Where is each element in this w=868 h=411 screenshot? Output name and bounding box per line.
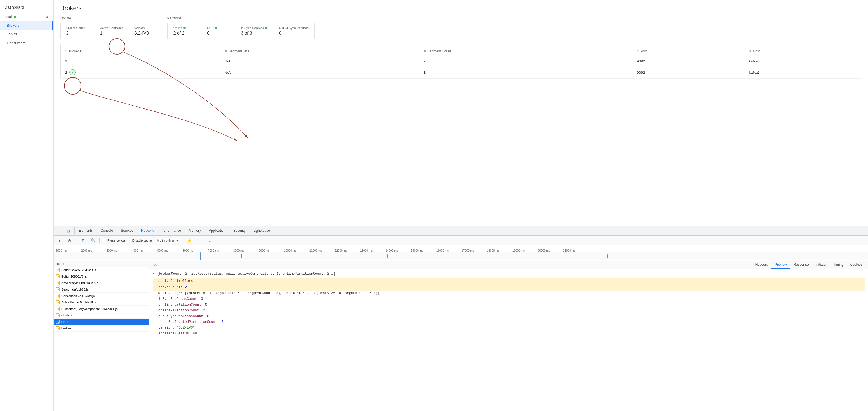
urp-card: URP 0: [202, 23, 235, 39]
network-files-container: JSEditorViewer-1754845f.jsJSEditor-10930…: [54, 267, 149, 332]
device-toolbar-icon[interactable]: ⊡: [65, 227, 72, 235]
disable-cache-input[interactable]: [128, 239, 131, 242]
timeline-tick: 19000 ms: [513, 249, 538, 252]
devtools-tab-security[interactable]: Security: [229, 226, 249, 235]
network-file-name: Search-dafb1b63.js: [61, 288, 88, 291]
devtools-tab-performance[interactable]: Performance: [158, 226, 185, 235]
col-host[interactable]: ⇅Host: [744, 46, 861, 56]
preview-json-field: ▶ diskUsage: [{brokerId: 1, segmentSize:…: [153, 290, 865, 296]
file-type-icon: JS: [56, 274, 60, 278]
network-file-item[interactable]: JSSuspenseQueryComponent-8856e3c1.js: [54, 306, 149, 312]
stop-button[interactable]: ⊘: [66, 237, 73, 244]
out-of-sync-value: 0: [279, 31, 309, 36]
network-file-item[interactable]: JSCancelIcon-3a1167cd.js: [54, 293, 149, 299]
timeline-tick: 2000 ms: [81, 249, 106, 252]
network-file-item[interactable]: JSActionButton-0bf84938.js: [54, 299, 149, 306]
in-sync-label: In Sync Replicas: [241, 26, 268, 30]
col-broker-id[interactable]: ⇅Broker ID: [61, 46, 220, 56]
timeline-tick: 18000 ms: [487, 249, 513, 252]
broker-port: 9092: [632, 66, 745, 78]
preview-json-field: underReplicatedPartitionCount: 0: [153, 319, 865, 325]
preview-tab-timing[interactable]: Timing: [830, 261, 847, 269]
cluster-chevron-icon[interactable]: ▲: [46, 15, 49, 18]
preview-json-field: offlinePartitionCount: 0: [153, 302, 865, 308]
preview-tab-preview[interactable]: Preview: [771, 261, 790, 269]
timeline-tick: 11000 ms: [309, 249, 335, 252]
timeline-tick: 14000 ms: [385, 249, 411, 252]
devtools-icons-group: ⬚ ⊡: [54, 227, 75, 235]
devtools-tab-console[interactable]: Console: [97, 226, 117, 235]
preview-tab-cookies[interactable]: Cookies: [847, 261, 866, 269]
out-of-sync-label: Out Of Sync Replicas: [279, 26, 309, 30]
separator-1: [76, 238, 76, 243]
timeline-tick: 7000 ms: [208, 249, 234, 252]
network-file-item[interactable]: JSSearch-dafb1b63.js: [54, 286, 149, 293]
preserve-log-input[interactable]: [102, 239, 106, 242]
col-segment-count[interactable]: ⇅Segment Count: [419, 46, 632, 56]
timeline-tick: 13000 ms: [360, 249, 385, 252]
broker-segment_count: 1: [419, 66, 632, 78]
import-icon[interactable]: ↑: [196, 237, 204, 244]
network-file-item[interactable]: JSEditor-109301f6.js: [54, 273, 149, 280]
devtools-tab-elements[interactable]: Elements: [75, 226, 97, 235]
table-row[interactable]: 2✓N/A19092kafka1: [61, 66, 861, 78]
network-file-item[interactable]: JSbrokers: [54, 325, 149, 332]
broker-segment_size: N/A: [220, 56, 419, 66]
timeline-bars: [54, 252, 868, 260]
devtools-tab-application[interactable]: Application: [205, 226, 229, 235]
sort-icon-segment-count: ⇅: [424, 49, 426, 53]
inspect-element-icon[interactable]: ⬚: [56, 227, 63, 235]
preview-tab-headers[interactable]: Headers: [752, 261, 771, 269]
wireless-icon[interactable]: ⚡: [186, 237, 193, 244]
devtools-tab-sources[interactable]: Sources: [117, 226, 137, 235]
table-row[interactable]: 1N/A29092kafka0: [61, 56, 861, 66]
network-file-name: stats: [61, 320, 68, 323]
preview-panel: ✕ HeadersPreviewResponseInitiatorTimingC…: [149, 261, 868, 411]
preview-content: ▼ {brokerCount: 2, zooKeeperStatus: null…: [149, 269, 868, 339]
col-port[interactable]: ⇅Port: [632, 46, 745, 56]
active-controller-value: 1: [100, 31, 123, 36]
timeline-bar-4: [607, 254, 608, 258]
col-segment-size[interactable]: ⇅Segment Size: [220, 46, 419, 56]
file-type-icon: JS: [56, 313, 60, 317]
timeline-bar-5: [786, 254, 787, 258]
sort-icon-port: ⇅: [637, 49, 640, 53]
broker-port: 9092: [632, 56, 745, 66]
preserve-log-checkbox[interactable]: Preserve log: [102, 239, 125, 242]
record-button[interactable]: ●: [56, 237, 63, 244]
network-file-name: brokers: [61, 327, 72, 330]
sidebar-dashboard[interactable]: Dashboard: [0, 2, 53, 12]
sidebar-item-topics[interactable]: Topics: [0, 30, 53, 39]
version-label: Version: [134, 26, 157, 30]
preview-json-field: brokerCount: 2: [153, 284, 865, 290]
preview-tab-initiator[interactable]: Initiator: [812, 261, 830, 269]
preview-close-button[interactable]: ✕: [152, 262, 159, 268]
network-file-name: EditorViewer-1754845f.js: [61, 268, 96, 272]
preview-tab-response[interactable]: Response: [790, 261, 812, 269]
throttle-select[interactable]: No throttling: [155, 238, 180, 243]
disable-cache-checkbox[interactable]: Disable cache: [128, 239, 152, 242]
sidebar-item-consumers[interactable]: Consumers: [0, 39, 53, 47]
search-icon[interactable]: 🔍: [89, 237, 97, 244]
devtools-tab-memory[interactable]: Memory: [185, 226, 205, 235]
network-file-item[interactable]: JSclusters: [54, 312, 149, 319]
timeline-tick: 8000 ms: [234, 249, 259, 252]
urp-value: 0: [207, 31, 229, 36]
cluster-label: local: [4, 14, 16, 19]
sidebar-item-brokers[interactable]: Brokers: [0, 21, 53, 30]
network-file-item[interactable]: JSEditorViewer-1754845f.js: [54, 267, 149, 273]
network-controls-bar: ● ⊘ ⊻ 🔍 Preserve log Disable cache No th…: [54, 236, 868, 245]
file-type-icon: JS: [56, 326, 60, 330]
devtools-tab-lighthouse[interactable]: Lighthouse: [249, 226, 274, 235]
broker-id-cell: 2✓: [61, 66, 220, 78]
network-file-item[interactable]: JSNavbar.styled-8d0103a2.js: [54, 280, 149, 286]
filter-icon[interactable]: ⊻: [79, 237, 87, 244]
sort-icon-broker-id: ⇅: [65, 49, 68, 53]
devtools-tab-network[interactable]: Network: [137, 226, 158, 235]
file-type-icon: JS: [56, 320, 60, 324]
preview-json-field: onlinePartitionCount: 2: [153, 308, 865, 313]
online-value: 2 of 2: [173, 31, 195, 36]
timeline-bar-1: [200, 252, 200, 260]
export-icon[interactable]: ↓: [206, 237, 214, 244]
network-file-item[interactable]: JSstats: [54, 319, 149, 325]
